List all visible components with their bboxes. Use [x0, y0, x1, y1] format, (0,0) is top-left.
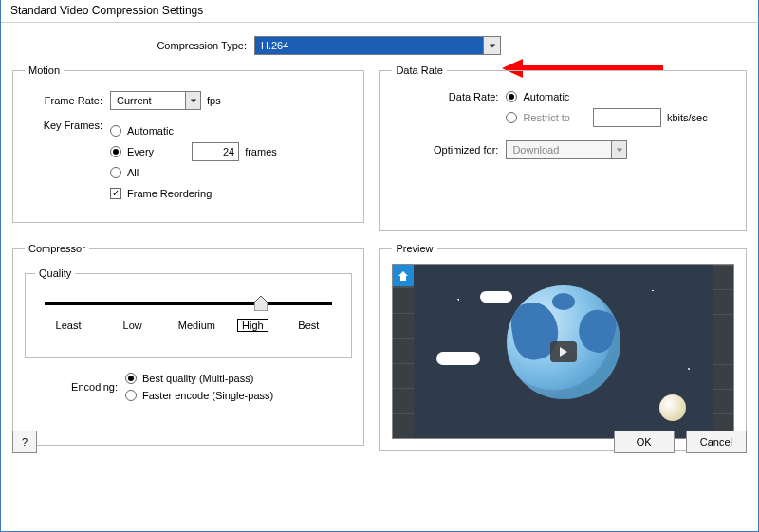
key-frames-all-radio[interactable] [110, 167, 121, 178]
frame-rate-select[interactable]: Current [110, 91, 201, 110]
dialog-content: Compression Type: H.264 Motion Frame Rat… [1, 23, 758, 461]
preview-area [392, 264, 734, 439]
encoding-options: Best quality (Multi-pass) Faster encode … [125, 367, 273, 407]
slider-track[interactable] [45, 302, 332, 305]
slider-thumb-icon[interactable] [254, 296, 268, 311]
encoding-label: Encoding: [25, 381, 125, 393]
window-title: Standard Video Compression Settings [1, 0, 758, 23]
cloud-icon [480, 291, 512, 303]
quality-tick-least: Least [45, 319, 92, 332]
help-button[interactable]: ? [12, 431, 37, 453]
video-compression-dialog: Standard Video Compression Settings Comp… [0, 0, 759, 532]
motion-group: Motion Frame Rate: Current fps Key Frame… [12, 64, 364, 223]
key-frames-every-label: Every [127, 146, 154, 157]
compressor-group: Compressor Quality LeastLowMediumHighBes… [12, 243, 364, 446]
chevron-down-icon[interactable] [483, 37, 500, 54]
preview-legend: Preview [392, 243, 436, 254]
quality-group: Quality LeastLowMediumHighBest [25, 267, 352, 358]
cloud-icon [436, 352, 480, 365]
preview-group: Preview [380, 243, 747, 451]
bottom-columns: Compressor Quality LeastLowMediumHighBes… [12, 243, 747, 451]
optimized-for-value: Download [512, 144, 559, 156]
quality-legend: Quality [35, 267, 75, 279]
preview-left-toolbar [393, 265, 414, 438]
slider-ticks: LeastLowMediumHighBest [45, 319, 332, 332]
optimized-for-select[interactable]: Download [506, 140, 627, 159]
svg-marker-5 [254, 296, 268, 311]
data-rate-restrict-radio[interactable] [506, 112, 517, 123]
optimized-for-label: Optimized for: [392, 144, 506, 156]
chevron-down-icon[interactable] [185, 92, 200, 109]
chevron-down-icon[interactable] [611, 141, 626, 158]
motion-legend: Motion [25, 64, 64, 76]
key-frames-label: Key Frames: [25, 119, 110, 131]
preview-canvas [414, 265, 713, 438]
svg-marker-3 [190, 99, 195, 102]
ok-button[interactable]: OK [614, 431, 675, 453]
compression-type-value: H.264 [261, 40, 288, 51]
data-rate-legend: Data Rate [392, 64, 447, 76]
frame-reordering-label: Frame Reordering [127, 188, 212, 199]
dialog-button-bar: ? OK Cancel [12, 431, 747, 453]
quality-slider[interactable]: LeastLowMediumHighBest [45, 302, 332, 332]
encoding-faster-label: Faster encode (Single-pass) [142, 390, 273, 401]
svg-marker-4 [617, 148, 622, 152]
play-button[interactable] [550, 341, 577, 362]
preview-right-toolbar [713, 265, 733, 438]
compression-type-select[interactable]: H.264 [254, 36, 501, 55]
frame-rate-label: Frame Rate: [25, 95, 110, 106]
quality-tick-medium: Medium [173, 319, 220, 332]
data-rate-restrict-input[interactable] [593, 108, 661, 127]
key-frames-options: Automatic Every frames All [110, 119, 277, 205]
frame-reordering-checkbox[interactable] [110, 188, 121, 199]
data-rate-restrict-unit: kbits/sec [667, 112, 708, 123]
key-frames-all-label: All [127, 167, 139, 178]
frame-rate-unit: fps [207, 95, 221, 106]
home-icon[interactable] [393, 265, 414, 287]
key-frames-automatic-label: Automatic [127, 125, 174, 137]
data-rate-label: Data Rate: [392, 91, 506, 102]
top-columns: Motion Frame Rate: Current fps Key Frame… [12, 64, 747, 243]
compression-type-row: Compression Type: H.264 [12, 36, 747, 55]
key-frames-every-radio[interactable] [110, 146, 121, 157]
encoding-best-label: Best quality (Multi-pass) [142, 373, 253, 384]
encoding-best-radio[interactable] [125, 373, 137, 384]
svg-marker-2 [489, 44, 494, 47]
data-rate-group: Data Rate Data Rate: Automatic Restrict … [380, 64, 747, 231]
compressor-legend: Compressor [25, 243, 89, 254]
key-frames-every-unit: frames [245, 146, 277, 157]
quality-tick-best: Best [285, 319, 332, 332]
key-frames-automatic-radio[interactable] [110, 125, 121, 137]
frame-rate-value: Current [117, 95, 152, 106]
quality-tick-low: Low [109, 319, 157, 332]
data-rate-automatic-radio[interactable] [506, 91, 517, 102]
data-rate-restrict-label: Restrict to [523, 112, 570, 123]
cancel-button[interactable]: Cancel [686, 431, 747, 453]
encoding-faster-radio[interactable] [125, 390, 137, 401]
data-rate-automatic-label: Automatic [523, 91, 569, 102]
moon-icon [659, 394, 686, 421]
quality-tick-high: High [237, 319, 268, 332]
key-frames-every-input[interactable] [192, 142, 239, 161]
compression-type-label: Compression Type: [12, 40, 254, 51]
